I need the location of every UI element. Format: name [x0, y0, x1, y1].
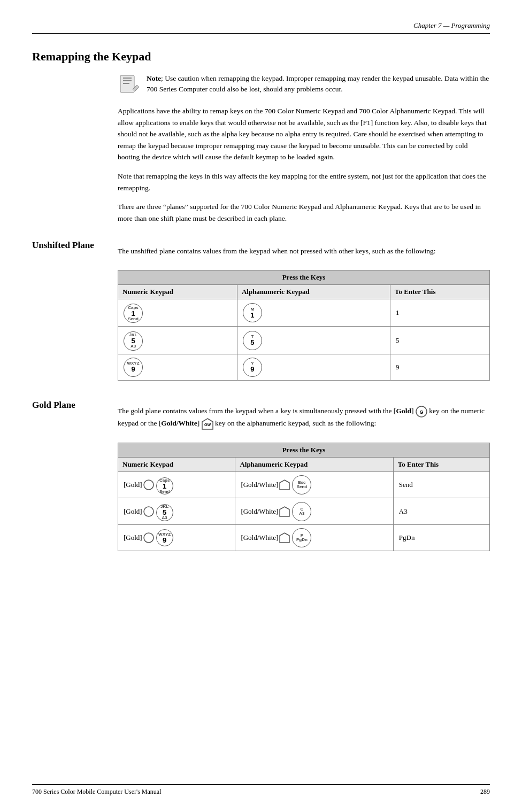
gold-description: The gold plane contains values from the … [118, 405, 490, 430]
gold-row3-alpha-key: P PgDn [292, 528, 311, 547]
unshifted-heading: Unshifted Plane [32, 240, 118, 251]
gold-row3-alpha: [Gold/White] P PgDn [235, 524, 393, 551]
unshifted-col-alpha: Alphanumeric Keypad [237, 284, 390, 299]
paragraph-2: Note that remapping the keys in this way… [118, 171, 490, 194]
gold-row2-alpha-key: C A3 [292, 502, 311, 521]
key-5-jkl-gold: JKL 5 A3 [156, 504, 173, 521]
gold-col-alpha: Alphanumeric Keypad [235, 457, 393, 471]
paragraph-1: Applications have the ability to remap k… [118, 105, 490, 163]
gold-white-icon-r3 [279, 532, 290, 543]
unshifted-row1-alpha: M 1 [237, 299, 390, 327]
gold-table: Press the Keys Numeric Keypad Alphanumer… [118, 443, 490, 551]
svg-point-10 [144, 480, 153, 490]
unshifted-table: Press the Keys Numeric Keypad Alphanumer… [118, 270, 490, 381]
key-y9: Y 9 [243, 358, 262, 377]
gold-row2-num-key: JKL 5 A3 [156, 501, 173, 521]
unshifted-col-value: To Enter This [390, 284, 490, 299]
note-col-right: Note; Use caution when remapping the key… [118, 73, 490, 231]
unshifted-row2-value: 5 [390, 327, 490, 354]
note-label: Note [147, 74, 161, 82]
page-footer: 700 Series Color Mobile Computer User's … [32, 784, 490, 796]
gold-white-icon-r2 [279, 506, 290, 517]
gold-row2-alpha: [Gold/White] C A3 [235, 498, 393, 525]
gold-heading: Gold Plane [32, 400, 118, 411]
paragraph-3: There are three “planes” supported for t… [118, 201, 490, 224]
gold-content-col: The gold plane contains values from the … [118, 400, 490, 562]
gold-plane-section: Gold Plane The gold plane contains value… [32, 400, 490, 562]
gold-label-col: Gold Plane [32, 400, 118, 562]
svg-rect-2 [123, 80, 132, 81]
page-header: Chapter 7 — Programming [32, 21, 490, 34]
svg-text:GW: GW [204, 423, 211, 427]
unshifted-row2-numeric: JKL 5 A3 [118, 327, 237, 354]
gold-row3-numeric: [Gold] WXYZ 9 [118, 524, 235, 551]
unshifted-row2-alpha: T 5 [237, 327, 390, 354]
key-5-jkl: JKL 5 A3 [124, 331, 143, 351]
unshifted-content-col: The unshifted plane contains values from… [118, 240, 490, 391]
gold-row1-alpha-group: [Gold/White] Esc Send [241, 475, 311, 494]
gold-row2-value: A3 [393, 498, 489, 525]
key-esc-send: Esc Send [292, 475, 311, 494]
note-section: Note; Use caution when remapping the key… [32, 73, 490, 231]
note-col-left [32, 73, 118, 231]
gold-col-numeric: Numeric Keypad [118, 457, 235, 471]
unshifted-table-header-cell: Press the Keys [118, 270, 490, 284]
unshifted-plane-section: Unshifted Plane The unshifted plane cont… [32, 240, 490, 391]
gold-table-header: Press the Keys [118, 443, 490, 457]
table-row: JKL 5 A3 T 5 [118, 327, 490, 354]
gold-row1-alpha: [Gold/White] Esc Send [235, 471, 393, 498]
unshifted-row3-alpha: Y 9 [237, 354, 390, 380]
gold-row1-numeric: [Gold] Caps 1 Send [118, 471, 235, 498]
gold-row2-numeric: [Gold] JKL 5 A3 [118, 498, 235, 525]
table-row: WXYZ 9 Y 9 [118, 354, 490, 380]
table-row: [Gold] Caps 1 Send [118, 471, 490, 498]
content-area: Remapping the Keypad Note; Use c [32, 50, 490, 570]
table-row: [Gold] WXYZ 9 [118, 524, 490, 551]
unshifted-table-col-headers: Numeric Keypad Alphanumeric Keypad To En… [118, 284, 490, 299]
svg-text:G: G [419, 409, 423, 415]
unshifted-row1-value: 1 [390, 299, 490, 327]
unshifted-table-header: Press the Keys [118, 270, 490, 284]
svg-point-12 [144, 507, 153, 516]
footer-right: 289 [480, 788, 490, 796]
page: Chapter 7 — Programming Remapping the Ke… [0, 0, 522, 812]
unshifted-col-numeric: Numeric Keypad [118, 284, 237, 299]
key-c-a3: C A3 [292, 502, 311, 521]
gold-table-header-cell: Press the Keys [118, 443, 490, 457]
unshifted-row3-numeric: WXYZ 9 [118, 354, 237, 380]
svg-marker-13 [280, 507, 289, 516]
gold-row2-numeric-group: [Gold] JKL 5 A3 [124, 501, 173, 521]
unshifted-row3-value: 9 [390, 354, 490, 380]
gold-desc-part4: ] [197, 419, 202, 427]
gold-row3-value: PgDn [393, 524, 489, 551]
svg-rect-1 [123, 78, 132, 79]
unshifted-row1-numeric: Caps 1 Send [118, 299, 237, 327]
gold-circle-icon-r3 [143, 532, 154, 543]
gold-white-key-icon: GW [202, 418, 213, 430]
gold-desc-bold2: Gold/White [161, 419, 197, 427]
gold-row1-value: Send [393, 471, 489, 498]
gold-key-icon: G [416, 406, 427, 417]
key-p-pgdn: P PgDn [292, 528, 311, 547]
key-t5: T 5 [243, 331, 262, 350]
gold-white-icon-r1 [279, 480, 290, 490]
unshifted-label-col: Unshifted Plane [32, 240, 118, 391]
svg-marker-11 [280, 480, 289, 490]
chapter-title: Chapter 7 — Programming [413, 21, 490, 30]
table-row: [Gold] JKL 5 A3 [118, 498, 490, 525]
gold-desc-bold1: Gold [396, 407, 411, 415]
main-heading: Remapping the Keypad [32, 50, 490, 64]
gold-row1-numeric-group: [Gold] Caps 1 Send [124, 475, 173, 495]
gold-desc-part5: key on the alphanumeric keypad, such as … [215, 419, 376, 427]
gold-desc-part2: ] [411, 407, 416, 415]
note-text: Note; Use caution when remapping the key… [147, 73, 490, 96]
gold-desc-part1: The gold plane contains values from the … [118, 407, 396, 415]
gold-row3-num-key: WXYZ 9 [156, 529, 173, 547]
key-1-caps-send-gold: Caps 1 Send [156, 477, 173, 494]
footer-left: 700 Series Color Mobile Computer User's … [32, 788, 161, 796]
note-box: Note; Use caution when remapping the key… [118, 73, 490, 96]
svg-point-14 [144, 533, 153, 543]
unshifted-description: The unshifted plane contains values from… [118, 245, 490, 257]
gold-row2-alpha-group: [Gold/White] C A3 [241, 502, 311, 521]
table-row: Caps 1 Send M 1 [118, 299, 490, 327]
